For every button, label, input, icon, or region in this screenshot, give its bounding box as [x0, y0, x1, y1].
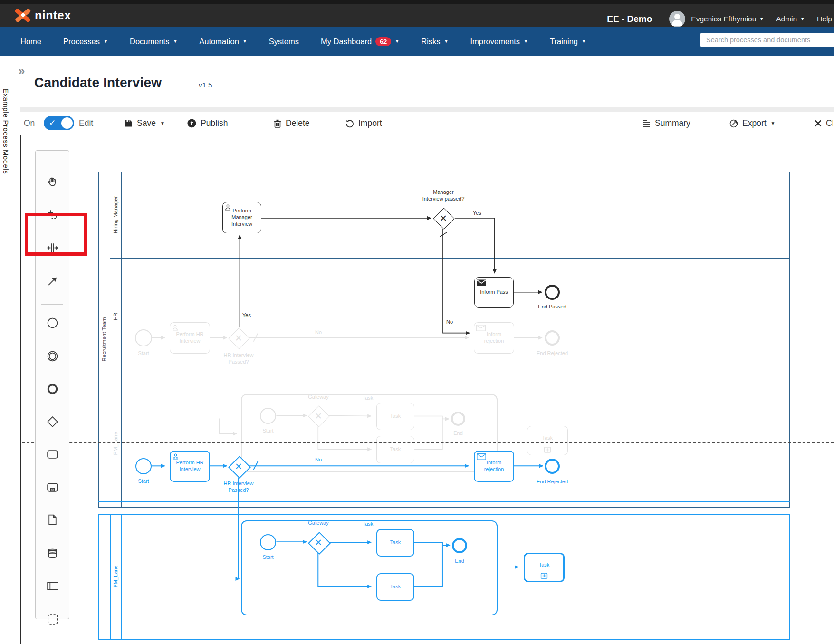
diagram-label: Start — [262, 427, 273, 434]
diagram-label: No — [315, 456, 322, 463]
chevron-down-icon: ▼ — [104, 39, 108, 44]
publish-icon — [187, 119, 196, 128]
summary-icon — [642, 120, 651, 127]
diagram-label: Start — [138, 478, 149, 484]
start-event-icon — [46, 317, 59, 329]
summary-button[interactable]: Summary — [642, 112, 690, 135]
chevron-down-icon: ▼ — [444, 39, 449, 44]
chevron-down-icon: ▼ — [759, 17, 764, 21]
diagram-label: Task — [363, 520, 374, 527]
palette-data-store[interactable] — [42, 543, 63, 564]
data-object-icon — [46, 513, 59, 526]
diagram-label: No — [446, 318, 453, 325]
diagram-label: Gateway — [308, 519, 328, 526]
user-menu[interactable]: Evgenios Efthymiou ▼ — [691, 15, 764, 23]
close-button[interactable]: Close — [815, 112, 833, 135]
trash-icon — [274, 119, 281, 128]
diagram-label: End Passed — [538, 303, 566, 310]
diagram-label: HR Interview Passed? — [224, 352, 254, 365]
nav-item-home[interactable]: Home — [10, 32, 52, 51]
chevron-down-icon: ▼ — [173, 39, 177, 44]
gateway-icon — [46, 415, 59, 428]
import-button[interactable]: Import — [345, 112, 382, 135]
nav-item-my-dashboard[interactable]: My Dashboard62▼ — [310, 32, 410, 51]
palette-gateway[interactable] — [42, 411, 63, 432]
sidebar-panel-label: Example Process Models — [2, 88, 10, 174]
nav-item-risks[interactable]: Risks▼ — [410, 32, 459, 51]
data-store-icon — [46, 547, 59, 560]
version-label: v1.5 — [199, 81, 212, 89]
palette-data-object[interactable] — [42, 509, 63, 530]
divider-band — [20, 107, 834, 112]
nav-item-systems[interactable]: Systems — [258, 32, 310, 51]
diagram-label: Start — [262, 554, 273, 560]
top-bar: nintex EE - Demo Evgenios Efthymiou ▼ Ad… — [0, 4, 834, 27]
palette-end-event[interactable] — [42, 378, 63, 399]
palette-global-connect-tool[interactable] — [42, 271, 63, 292]
end-event-icon — [46, 383, 59, 395]
chevron-down-icon: ▼ — [395, 39, 399, 44]
nav-item-automation[interactable]: Automation▼ — [188, 32, 258, 51]
chevron-down-icon: ▼ — [524, 39, 528, 44]
edit-label: Edit — [79, 112, 93, 135]
global-connect-tool-icon — [46, 275, 59, 288]
delete-button[interactable]: Delete — [274, 112, 310, 135]
model-toolbar: On ✓ Edit Save ▼ Publish Delete — [20, 112, 834, 135]
main-nav: HomeProcesses▼Documents▼Automation▼Syste… — [0, 27, 834, 56]
toggle-knob — [61, 117, 73, 129]
nav-item-processes[interactable]: Processes▼ — [52, 32, 119, 51]
palette-participant[interactable] — [42, 575, 63, 596]
palette-divider — [41, 304, 63, 305]
nintex-logo[interactable]: nintex — [15, 8, 71, 23]
nav-item-improvements[interactable]: Improvements▼ — [460, 32, 539, 51]
export-icon — [729, 119, 738, 128]
check-icon: ✓ — [49, 118, 56, 128]
participant-icon — [46, 579, 59, 592]
bpmn-canvas[interactable]: Perform Manager Interview✕Inform PassPer… — [20, 135, 834, 644]
diagram-label: End Rejected — [537, 478, 568, 485]
diagram-label: HR — [112, 313, 119, 321]
chevron-down-icon: ▼ — [771, 121, 776, 126]
intermediate-event-icon — [46, 350, 59, 363]
space-tool-guide-line — [22, 442, 834, 443]
admin-menu[interactable]: Admin ▼ — [776, 15, 805, 23]
close-icon — [815, 120, 822, 127]
save-icon — [125, 119, 133, 127]
sidebar-expand-button[interactable]: » — [12, 62, 29, 80]
group-icon — [46, 613, 59, 625]
publish-button[interactable]: Publish — [187, 112, 228, 135]
save-button[interactable]: Save ▼ — [125, 112, 165, 135]
on-label: On — [24, 112, 35, 135]
hand-tool-icon — [46, 175, 59, 188]
search-input[interactable] — [700, 33, 834, 47]
chevron-down-icon: ▼ — [160, 121, 165, 126]
diagram-label: Start — [138, 350, 149, 356]
dashboard-count-badge: 62 — [375, 37, 391, 46]
diagram-label: Yes — [242, 312, 251, 318]
diagram-label: Recruitment Team — [101, 317, 108, 361]
palette-subprocess[interactable] — [42, 477, 63, 498]
nav-item-training[interactable]: Training▼ — [539, 32, 597, 51]
on-toggle[interactable]: ✓ — [44, 116, 74, 130]
window-top-strip — [0, 0, 834, 4]
palette-task[interactable] — [42, 443, 63, 464]
diagram-label: PM_Lane — [112, 565, 119, 587]
palette-hand-tool[interactable] — [42, 171, 63, 192]
chevron-down-icon: ▼ — [582, 39, 586, 44]
palette-intermediate-event[interactable] — [42, 346, 63, 366]
diagram-label: No — [315, 329, 322, 336]
help-link[interactable]: Help — [817, 15, 832, 23]
palette-start-event[interactable] — [42, 312, 63, 333]
diagram-label: PM_Lane — [112, 432, 119, 455]
nav-item-documents[interactable]: Documents▼ — [119, 32, 188, 51]
user-avatar[interactable] — [669, 11, 685, 27]
nintex-x-icon — [15, 8, 31, 22]
export-button[interactable]: Export ▼ — [729, 112, 775, 135]
brand-name: nintex — [35, 9, 71, 22]
space-tool-highlight-annotation — [25, 213, 87, 256]
import-icon — [345, 119, 354, 128]
workspace-name: EE - Demo — [607, 14, 652, 24]
palette-group[interactable] — [42, 608, 63, 629]
page-title: Candidate Interview — [34, 75, 162, 90]
diagram-label: End — [453, 430, 463, 436]
